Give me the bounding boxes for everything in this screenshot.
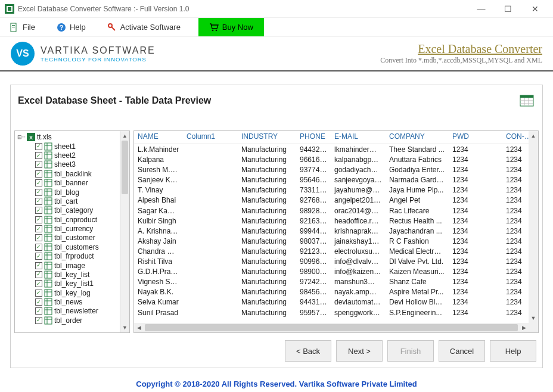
tree-item[interactable]: ✓tbl_order: [17, 316, 120, 325]
checkbox-icon[interactable]: ✓: [35, 307, 42, 315]
checkbox-icon[interactable]: ✓: [35, 207, 42, 214]
table-row[interactable]: T. VinayManufacturing733117...jayahume@g…: [134, 185, 538, 195]
menu-activate[interactable]: Activate Software: [104, 18, 184, 36]
scroll-thumb[interactable]: [122, 141, 128, 194]
tree-item-label: sheet2: [54, 151, 76, 160]
tree-item[interactable]: ✓tbl_news: [17, 297, 120, 306]
scroll-right-icon[interactable]: ▶: [519, 323, 529, 332]
tree-item[interactable]: ✓sheet1: [17, 142, 120, 151]
table-row[interactable]: Kulbir SinghManufacturing921634...headof…: [134, 216, 538, 226]
svg-rect-26: [45, 161, 52, 168]
checkbox-icon[interactable]: ✓: [35, 280, 42, 287]
table-row[interactable]: Akshay JainManufacturing980376...jainaks…: [134, 236, 538, 246]
tree-scrollbar[interactable]: ▲ ▼: [120, 131, 129, 332]
back-button[interactable]: < Back: [285, 340, 331, 362]
menu-buy[interactable]: Buy Now: [198, 18, 264, 36]
scroll-left-icon[interactable]: ◀: [134, 323, 144, 332]
table-row[interactable]: Chandra Raj...Manufacturing921231...elec…: [134, 246, 538, 256]
header-column1[interactable]: Column1: [183, 131, 238, 144]
data-grid[interactable]: NAME Column1 INDUSTRY PHONE E-MAIL COMPA…: [133, 130, 539, 333]
scroll-up-icon[interactable]: ▲: [120, 131, 129, 141]
tree-item-label: tbl_newsletter: [54, 307, 98, 315]
tree-item[interactable]: ✓tbl_banner: [17, 179, 120, 188]
tree-item[interactable]: ✓tbl_key_list: [17, 270, 120, 279]
tree-item-label: tbl_backlink: [54, 170, 92, 178]
finish-button[interactable]: Finish: [387, 340, 434, 362]
tree-item[interactable]: ✓tbl_currency: [17, 224, 120, 233]
table-row[interactable]: Vignesh Sub...Manufacturing972424...mans…: [134, 276, 538, 287]
maximize-button[interactable]: ☐: [495, 1, 521, 17]
checkbox-icon[interactable]: ✓: [35, 271, 42, 278]
checkbox-icon[interactable]: ✓: [35, 262, 42, 269]
checkbox-icon[interactable]: ✓: [35, 179, 42, 186]
cancel-button[interactable]: Cancel: [439, 340, 485, 362]
sheet-tree[interactable]: ⊟┈Xtt.xls✓sheet1✓sheet2✓sheet3✓tbl_backl…: [14, 130, 130, 333]
tree-item[interactable]: ✓tbl_customer: [17, 234, 120, 242]
menu-file[interactable]: File: [6, 18, 39, 36]
checkbox-icon[interactable]: ✓: [35, 234, 42, 241]
scroll-up-icon[interactable]: ▲: [529, 131, 538, 141]
table-row[interactable]: Sanjeev Ku...Manufacturing956460...sanje…: [134, 175, 538, 185]
tree-item[interactable]: ✓sheet2: [17, 151, 120, 160]
table-row[interactable]: G.D.H.PrahladManufacturing989000...info@…: [134, 266, 538, 276]
checkbox-icon[interactable]: ✓: [35, 216, 42, 223]
tree-item[interactable]: ✓tbl_category: [17, 206, 120, 215]
checkbox-icon[interactable]: ✓: [35, 170, 42, 178]
minimize-button[interactable]: —: [468, 1, 495, 17]
table-row[interactable]: A. Krishna Pr...Manufacturing999443...kr…: [134, 226, 538, 236]
grid-hscrollbar[interactable]: ◀ ▶: [134, 323, 538, 332]
svg-rect-5: [12, 27, 15, 27]
checkbox-icon[interactable]: ✓: [35, 253, 42, 260]
tree-item[interactable]: ✓tbl_customers: [17, 242, 120, 251]
header-industry[interactable]: INDUSTRY: [238, 131, 296, 144]
svg-rect-50: [45, 234, 52, 241]
table-row[interactable]: KalpanaManufacturing966165...kalpanabgp0…: [134, 154, 538, 164]
tree-item[interactable]: ✓tbl_key_log: [17, 288, 120, 297]
tree-item[interactable]: ✓tbl_frproduct: [17, 252, 120, 261]
tree-item[interactable]: ✓sheet3: [17, 160, 120, 169]
checkbox-icon[interactable]: ✓: [35, 298, 42, 306]
header-phone[interactable]: PHONE: [296, 131, 331, 144]
checkbox-icon[interactable]: ✓: [35, 198, 42, 205]
tree-item-label: tbl_blog: [54, 188, 79, 197]
menu-buy-label: Buy Now: [222, 23, 253, 32]
header-email[interactable]: E-MAIL: [331, 131, 386, 144]
scroll-down-icon[interactable]: ▼: [120, 323, 129, 332]
header-pwd[interactable]: PWD: [449, 131, 502, 144]
tree-item[interactable]: ✓tbl_cnproduct: [17, 215, 120, 224]
checkbox-icon[interactable]: ✓: [35, 244, 42, 251]
checkbox-icon[interactable]: ✓: [35, 161, 42, 168]
scroll-thumb[interactable]: [145, 324, 518, 331]
table-row[interactable]: Selva KumarManufacturing944317...deviaut…: [134, 297, 538, 307]
tree-item[interactable]: ✓tbl_blog: [17, 188, 120, 197]
table-row[interactable]: Sagar KambleManufacturing989285...orac20…: [134, 206, 538, 216]
tree-item[interactable]: ✓tbl_backlink: [17, 169, 120, 178]
grid-vscrollbar[interactable]: ▲ ▼: [529, 131, 538, 323]
tree-root[interactable]: ⊟┈Xtt.xls: [17, 132, 120, 142]
table-row[interactable]: L.k.MahinderManufacturing944322...lkmahi…: [134, 144, 538, 154]
checkbox-icon[interactable]: ✓: [35, 317, 42, 324]
tree-item-label: tbl_news: [54, 298, 82, 306]
next-button[interactable]: Next >: [336, 340, 383, 362]
table-row[interactable]: Nayak B.K.Manufacturing984565...nayak.am…: [134, 287, 538, 297]
table-row[interactable]: Suresh M. D...Manufacturing937742...goda…: [134, 164, 538, 175]
checkbox-icon[interactable]: ✓: [35, 189, 42, 196]
tree-item[interactable]: ✓tbl_image: [17, 261, 120, 270]
checkbox-icon[interactable]: ✓: [35, 152, 42, 159]
tree-item[interactable]: ✓tbl_newsletter: [17, 307, 120, 316]
table-row[interactable]: Rishit TilvaManufacturing909967...info@d…: [134, 256, 538, 266]
tree-item[interactable]: ✓tbl_key_list1: [17, 279, 120, 288]
scroll-down-icon[interactable]: ▼: [529, 313, 538, 323]
menu-help[interactable]: ? Help: [53, 18, 89, 36]
checkbox-icon[interactable]: ✓: [35, 143, 42, 150]
tree-item[interactable]: ✓tbl_cart: [17, 197, 120, 206]
checkbox-icon[interactable]: ✓: [35, 290, 42, 297]
checkbox-icon[interactable]: ✓: [35, 225, 42, 232]
tree-root-label: tt.xls: [37, 133, 52, 141]
help-button[interactable]: Help: [490, 340, 536, 362]
header-company[interactable]: COMPANY: [386, 131, 449, 144]
close-button[interactable]: ✕: [521, 1, 548, 17]
header-name[interactable]: NAME: [134, 131, 183, 144]
table-row[interactable]: Sunil PrasadManufacturing959578...spengg…: [134, 307, 538, 318]
table-row[interactable]: Alpesh BhaiManufacturing927687...angelpe…: [134, 195, 538, 205]
